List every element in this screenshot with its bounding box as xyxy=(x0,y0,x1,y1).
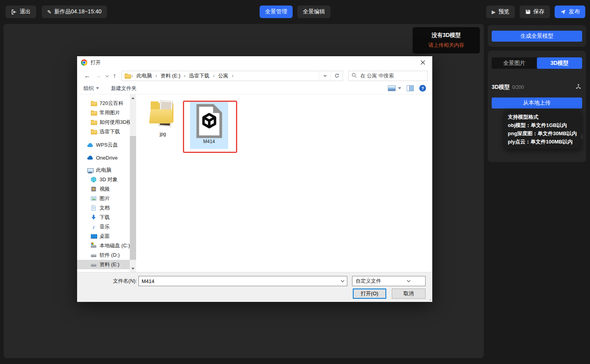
exit-button[interactable]: 退出 xyxy=(6,6,36,18)
close-icon[interactable] xyxy=(417,58,428,67)
folder-tree: 720云百科 常用图片 如何使用3D模型 迅雷下载 WPS云盘 OneDrive… xyxy=(77,94,130,272)
scrollbar-thumb[interactable] xyxy=(130,136,136,260)
search-input[interactable] xyxy=(360,73,424,79)
axis-icon[interactable] xyxy=(575,83,582,92)
tree-scrollbar[interactable] xyxy=(130,94,136,272)
tree-item-pictures[interactable]: 图片 xyxy=(77,194,130,203)
model-count: 0/200 xyxy=(512,85,524,90)
scroll-up-icon[interactable] xyxy=(130,95,136,101)
folder-icon xyxy=(90,110,97,116)
cloud-icon xyxy=(87,154,93,161)
scroll-down-icon[interactable] xyxy=(130,265,136,272)
picture-icon xyxy=(90,195,97,202)
filename-field xyxy=(138,276,347,286)
help-icon[interactable]: ? xyxy=(419,85,426,92)
tree-item-documents[interactable]: 文档 xyxy=(77,203,130,213)
file-open-dialog: 打开 ← → ↑ › 此电脑 › 资料 (E:) › 迅雷下载 › 公寓 xyxy=(77,56,432,302)
desktop-icon xyxy=(90,233,97,239)
tree-item-onedrive[interactable]: OneDrive xyxy=(77,153,130,162)
view-mode-button[interactable] xyxy=(388,85,401,91)
tree-item-disk-c[interactable]: 本地磁盘 (C:) xyxy=(77,241,130,250)
drive-icon xyxy=(90,261,97,268)
preview-pane-icon[interactable] xyxy=(407,85,414,91)
tree-item-wps-cloud[interactable]: WPS云盘 xyxy=(77,140,130,150)
organize-menu[interactable]: 组织 xyxy=(83,85,99,92)
logout-icon xyxy=(11,9,17,15)
document-icon xyxy=(90,205,97,211)
computer-icon xyxy=(87,167,93,173)
tab-panorama-image[interactable]: 全景图片 xyxy=(492,57,537,69)
exit-label: 退出 xyxy=(20,8,31,15)
upload-format-tooltip: 支持模型格式 obj模型：单文件1GB以内 png深度图：单文件30MB以内 p… xyxy=(504,110,581,149)
tab-panorama-edit[interactable]: 全景编辑 xyxy=(297,6,330,18)
cube-icon xyxy=(90,176,97,183)
cancel-button[interactable]: 取消 xyxy=(392,289,426,299)
tree-item-this-pc[interactable]: 此电脑 xyxy=(77,165,130,175)
file-label: M414 xyxy=(203,139,215,144)
filename-label: 文件名(N): xyxy=(105,276,137,286)
preview-button[interactable]: ▶ 预览 xyxy=(486,6,515,18)
address-dropdown-icon[interactable] xyxy=(319,71,331,81)
refresh-icon[interactable] xyxy=(331,71,343,81)
breadcrumb-thunder-download[interactable]: 迅雷下载 xyxy=(186,72,212,79)
thumbnail-view-icon xyxy=(388,85,396,91)
folder-icon xyxy=(90,119,97,125)
tree-item-3d-objects[interactable]: 3D 对象 xyxy=(77,175,130,184)
tree-item-disk-d[interactable]: 软件 (D:) xyxy=(77,250,130,260)
file-list: jpg M414 xyxy=(136,94,432,272)
dialog-command-bar: 组织 新建文件夹 ? xyxy=(77,83,432,94)
drive-icon xyxy=(90,243,97,249)
folder-thumbnail-icon xyxy=(150,101,176,130)
project-name-button[interactable]: ✎ 新作品04.18~15:40 xyxy=(42,6,107,18)
tree-item-disk-e[interactable]: 资料 (E:) xyxy=(77,260,130,269)
top-bar: 退出 ✎ 新作品04.18~15:40 全景管理 全景编辑 ▶ 预览 xyxy=(0,0,590,24)
folder-icon xyxy=(90,129,97,135)
filetype-value: 自定义文件 xyxy=(352,278,389,285)
cloud-icon xyxy=(87,142,93,148)
filetype-select[interactable]: 自定义文件 xyxy=(352,276,426,286)
tree-item-videos[interactable]: 视频 xyxy=(77,184,130,194)
model-card: 全景图片 3D模型 3D模型 0/200 从本地上传 支持模型格式 obj模型：… xyxy=(488,51,586,162)
tree-item-downloads[interactable]: 下载 xyxy=(77,213,130,222)
play-icon: ▶ xyxy=(492,9,496,15)
new-folder-button[interactable]: 新建文件夹 xyxy=(111,85,136,92)
history-chevron-icon[interactable] xyxy=(104,73,111,79)
file-item-jpg-folder[interactable]: jpg xyxy=(148,101,178,145)
dialog-footer: 文件名(N): 自定义文件 打开(O) 取消 xyxy=(77,272,432,302)
open-button[interactable]: 打开(O) xyxy=(353,289,386,299)
file-item-m414[interactable]: M414 xyxy=(190,102,228,149)
address-bar: › 此电脑 › 资料 (E:) › 迅雷下载 › 公寓 › xyxy=(122,71,343,81)
tree-item-thunder-download[interactable]: 迅雷下载 xyxy=(77,127,130,136)
tree-item-music[interactable]: ♪音乐 xyxy=(77,222,130,232)
tab-panorama-manage[interactable]: 全景管理 xyxy=(260,6,293,18)
dialog-title: 打开 xyxy=(90,59,101,66)
breadcrumb-this-pc[interactable]: 此电脑 xyxy=(134,72,155,79)
tree-item-720cloud[interactable]: 720云百科 xyxy=(77,99,130,108)
tree-item-common-images[interactable]: 常用图片 xyxy=(77,108,130,118)
project-name: 新作品04.18~15:40 xyxy=(54,8,101,15)
back-icon[interactable]: ← xyxy=(82,73,93,79)
breadcrumb: › 此电脑 › 资料 (E:) › 迅雷下载 › 公寓 › xyxy=(122,71,319,81)
breadcrumb-drive-e[interactable]: 资料 (E:) xyxy=(158,72,183,79)
download-arrow-icon xyxy=(90,214,97,221)
tab-3d-model[interactable]: 3D模型 xyxy=(537,57,582,69)
filetype-dropdown-icon xyxy=(389,280,426,282)
panel-tab-bar: 全景图片 3D模型 xyxy=(492,57,582,69)
model-file-icon xyxy=(195,103,223,139)
pencil-icon: ✎ xyxy=(47,9,52,15)
publish-button[interactable]: 发布 xyxy=(555,6,585,18)
filename-dropdown-icon[interactable] xyxy=(338,280,347,282)
forward-icon[interactable]: → xyxy=(93,73,104,79)
filename-input[interactable] xyxy=(139,278,338,284)
resize-grip[interactable] xyxy=(428,297,431,301)
breadcrumb-apartment[interactable]: 公寓 xyxy=(216,72,231,79)
tree-item-desktop[interactable]: 桌面 xyxy=(77,232,130,241)
up-icon[interactable]: ↑ xyxy=(111,73,118,79)
tree-item-howto-3d[interactable]: 如何使用3D模型 xyxy=(77,118,130,127)
save-button[interactable]: 保存 xyxy=(520,6,550,18)
upload-from-local-button[interactable]: 从本地上传 xyxy=(492,97,582,108)
generate-panorama-model-button[interactable]: 生成全景模型 xyxy=(492,31,582,42)
search-box xyxy=(348,71,428,81)
notice-title: 没有3D模型 xyxy=(432,32,461,39)
folder-icon xyxy=(124,73,131,79)
